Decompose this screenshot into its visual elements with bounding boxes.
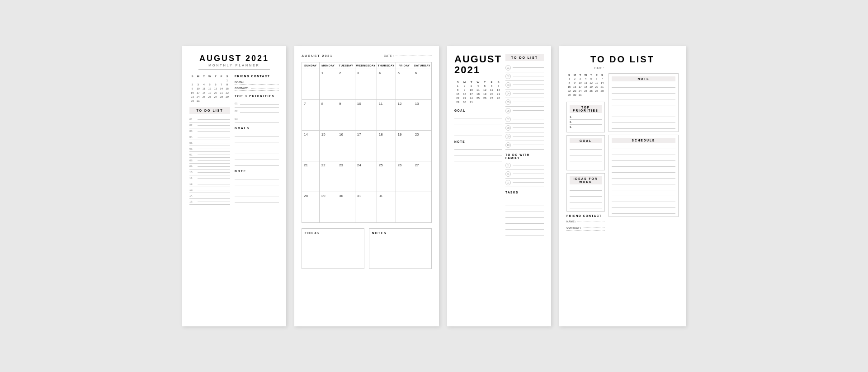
cal-cell[interactable]: 20 — [413, 130, 431, 161]
page-august-todo: AUGUST 2021 S M T W T F S — [447, 46, 551, 326]
priority-item[interactable]: 01. — [235, 100, 279, 108]
cal-cell[interactable]: 12 — [396, 99, 413, 130]
list-item[interactable]: 09 — [505, 132, 544, 141]
cal-cell[interactable]: 8 — [319, 99, 337, 130]
cal-cell[interactable]: 17 — [355, 130, 377, 161]
priority-item[interactable]: 03. — [235, 115, 279, 123]
list-item[interactable]: 02 — [505, 72, 544, 81]
list-item[interactable]: 02. — [189, 122, 230, 128]
name-field4[interactable]: NAME : — [566, 219, 605, 224]
cal-cell: 29 — [454, 100, 461, 104]
date-dots[interactable] — [605, 68, 651, 68]
cal-cell[interactable] — [396, 192, 413, 222]
list-item[interactable]: 03. — [189, 128, 230, 134]
cal-cell[interactable]: 29 — [319, 192, 337, 222]
list-item[interactable]: 01. — [189, 117, 230, 122]
list-item[interactable]: 15. — [189, 199, 230, 205]
goal-box[interactable] — [454, 114, 502, 137]
cal-cell[interactable]: 1 — [319, 69, 337, 99]
list-item[interactable]: 01 — [505, 161, 544, 170]
list-item[interactable]: 09. — [189, 164, 230, 170]
schedule-lines[interactable] — [612, 145, 675, 214]
contact-field4[interactable]: CONTACT : — [566, 226, 605, 231]
notes-box[interactable]: NOTES — [369, 228, 432, 269]
cal-cell[interactable]: 16 — [337, 130, 355, 161]
cal-cell[interactable]: 10 — [355, 99, 377, 130]
note-lines4[interactable] — [612, 83, 675, 129]
list-item[interactable]: 05. — [189, 140, 230, 146]
cal-cell[interactable]: 15 — [319, 130, 337, 161]
cal-cell[interactable] — [413, 192, 431, 222]
list-item[interactable]: 01 — [505, 170, 544, 179]
cal-cell[interactable]: 24 — [355, 161, 377, 192]
cal-cell[interactable]: 22 — [319, 161, 337, 192]
cal-cell[interactable]: 18 — [377, 130, 396, 161]
contact-field[interactable]: CONTACT : — [235, 86, 279, 91]
list-item[interactable]: 07 — [505, 115, 544, 124]
list-item[interactable]: 03 — [505, 81, 544, 89]
cal-cell[interactable]: 3 — [355, 69, 377, 99]
cal-cell: 26 — [589, 89, 594, 93]
tasks-box[interactable] — [505, 196, 544, 235]
priority-2[interactable]: 2. — [570, 120, 602, 125]
goal-lines[interactable] — [570, 145, 602, 167]
list-item[interactable]: 14. — [189, 193, 230, 199]
cal-cell[interactable] — [302, 69, 320, 99]
cal-cell[interactable]: 23 — [337, 161, 355, 192]
list-item[interactable]: 04 — [505, 89, 544, 98]
cal-cell[interactable]: 2 — [337, 69, 355, 99]
list-item[interactable]: 10 — [505, 141, 544, 150]
focus-box[interactable]: FOCUS — [302, 228, 364, 269]
list-item[interactable]: 13. — [189, 187, 230, 193]
list-item[interactable]: 06. — [189, 146, 230, 152]
date-dots[interactable] — [396, 56, 432, 56]
cal-cell[interactable]: 30 — [337, 192, 355, 222]
cal-cell[interactable]: 28 — [302, 192, 320, 222]
cal-cell[interactable]: 31 — [377, 192, 396, 222]
list-item[interactable]: 08. — [189, 158, 230, 164]
cal-cell[interactable]: 26 — [396, 161, 413, 192]
cal-cell: 20 — [488, 92, 495, 96]
cal-cell[interactable]: 13 — [413, 99, 431, 130]
cal-cell: 31 — [195, 99, 201, 103]
list-item[interactable]: 01 — [505, 179, 544, 187]
list-item[interactable]: 07. — [189, 152, 230, 158]
cal-cell: 22 — [224, 90, 230, 94]
cal-cell[interactable]: 14 — [302, 130, 320, 161]
goals-box[interactable] — [235, 132, 279, 166]
list-item[interactable]: 10. — [189, 170, 230, 175]
cal-cell[interactable]: 31 — [355, 192, 377, 222]
schedule-label: SCHEDULE — [612, 138, 675, 143]
priority-1[interactable]: 1. — [570, 115, 602, 120]
page1-layout: S M T W T F S — [189, 75, 279, 205]
priority-item[interactable]: 02. — [235, 108, 279, 115]
priority-3[interactable]: 3. — [570, 125, 602, 129]
cal-cell[interactable]: 19 — [396, 130, 413, 161]
list-item[interactable]: 12. — [189, 181, 230, 187]
ideas-lines[interactable] — [570, 186, 602, 208]
cal-cell[interactable]: 11 — [377, 99, 396, 130]
cal-cell: 30 — [461, 100, 468, 104]
cal-cell[interactable]: 9 — [337, 99, 355, 130]
cal-cell[interactable]: 5 — [396, 69, 413, 99]
list-item[interactable]: 01 — [505, 64, 544, 72]
note-box[interactable] — [235, 175, 279, 203]
list-item[interactable]: 05 — [505, 98, 544, 107]
cal-cell[interactable]: 4 — [377, 69, 396, 99]
cal-cell[interactable]: 7 — [302, 99, 320, 130]
list-item[interactable]: 06 — [505, 107, 544, 115]
cal-cell — [212, 99, 218, 103]
cal-cell[interactable]: 25 — [377, 161, 396, 192]
cal-cell — [589, 93, 594, 97]
note-box3[interactable] — [454, 145, 502, 168]
cal-cell[interactable]: 27 — [413, 161, 431, 192]
list-item[interactable]: 04. — [189, 134, 230, 140]
date-text: DATE : — [384, 54, 394, 57]
list-item[interactable]: 08 — [505, 124, 544, 132]
cal-cell[interactable]: 21 — [302, 161, 320, 192]
list-item[interactable]: 11. — [189, 175, 230, 181]
cal-cell[interactable]: 6 — [413, 69, 431, 99]
name-field[interactable]: NAME : — [235, 80, 279, 85]
page4-date: DATE : — [566, 66, 679, 70]
page1-title: AUGUST 2021 — [189, 54, 279, 63]
